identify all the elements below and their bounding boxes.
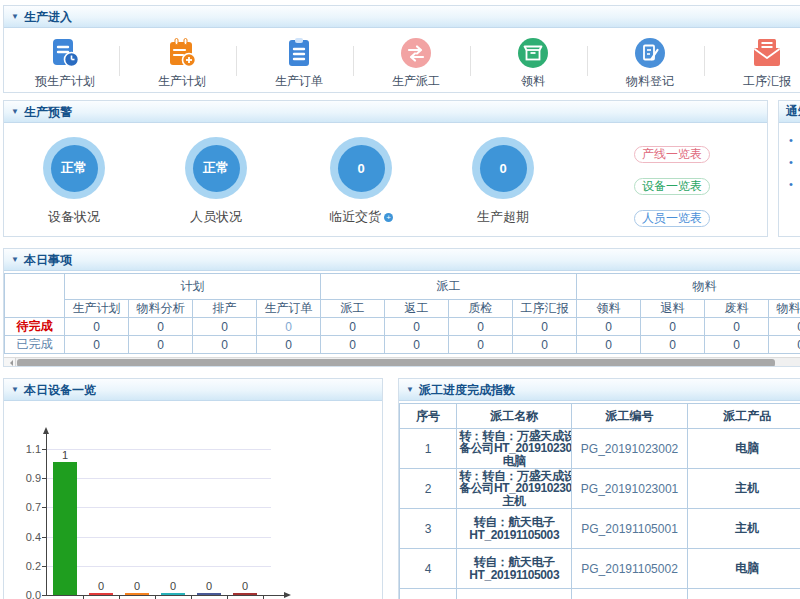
cell-product: 电脑	[687, 429, 800, 469]
cell: 0	[65, 336, 129, 354]
x-tick-mark	[155, 595, 156, 599]
gauge-near-delivery: 0 临近交货+	[306, 137, 416, 226]
gauge-label: 设备状况	[19, 208, 129, 226]
entry-item-label: 领料	[477, 73, 589, 90]
chart-bar	[125, 593, 149, 595]
chart-bar	[53, 462, 77, 595]
cell-no: 2	[400, 469, 457, 509]
cell: 0	[385, 318, 449, 336]
cell: 0	[513, 336, 577, 354]
divider	[470, 46, 471, 76]
gauge-value: 正常	[193, 145, 240, 192]
entry-item-label: 生产计划	[126, 73, 238, 90]
panel-title: 本日设备一览	[24, 383, 96, 397]
cell: 0	[449, 318, 513, 336]
column-header: 废料	[705, 300, 769, 318]
entry-item-material-register[interactable]: 物料登记	[594, 37, 706, 90]
notice-item[interactable]: •	[789, 129, 800, 151]
panel-today-devices-header[interactable]: ▼本日设备一览	[4, 379, 382, 401]
panel-title: 通知公告	[786, 104, 800, 118]
x-tick-mark	[83, 595, 84, 599]
entry-item-production-order[interactable]: 生产订单	[243, 37, 355, 90]
cell-product: 电脑	[687, 549, 800, 589]
corner-cell	[5, 274, 65, 318]
group-header-material: 物料	[577, 274, 800, 300]
y-tick-mark	[42, 507, 46, 508]
gauge-label: 人员状况	[161, 208, 271, 226]
column-header: 派工名称	[457, 404, 572, 429]
bullet-icon: •	[789, 178, 793, 190]
table-row: 4 转自：航天电子 HT_20191105003 PG_20191105002 …	[400, 549, 800, 589]
column-header: 派工	[321, 300, 385, 318]
gauge-circle[interactable]: 正常	[43, 137, 105, 199]
gauge-circle[interactable]: 0	[330, 137, 392, 199]
column-header: 质检	[449, 300, 513, 318]
cell: 0	[449, 336, 513, 354]
column-header: 物料登记	[769, 300, 800, 318]
bar-value-label: 0	[242, 580, 248, 592]
horizontal-scrollbar[interactable]	[4, 357, 800, 367]
collapse-caret-icon: ▼	[11, 379, 19, 400]
bar-value-label: 0	[170, 580, 176, 592]
cell-name	[457, 589, 572, 599]
y-tick-label: 0.7	[4, 501, 41, 513]
pre-plan-doc-clock-icon	[49, 37, 81, 69]
notice-item[interactable]: •	[789, 151, 800, 173]
button-device-list[interactable]: 设备一览表	[634, 178, 710, 195]
gauge-circle[interactable]: 正常	[185, 137, 247, 199]
cell-link[interactable]: 0	[257, 318, 321, 336]
row-label-done: 已完成	[5, 336, 65, 354]
collapse-caret-icon: ▼	[11, 249, 19, 270]
cell: 0	[577, 336, 641, 354]
panel-title: 派工进度完成指数	[419, 383, 515, 397]
panel-today-items-header[interactable]: ▼本日事项	[4, 249, 800, 271]
entry-item-production-plan[interactable]: 生产计划	[126, 37, 238, 90]
row-label-pending: 待完成	[5, 318, 65, 336]
panel-production-entry-header[interactable]: ▼生产进入	[4, 6, 800, 28]
entry-item-label: 生产订单	[243, 73, 355, 90]
panel-production-warning-header[interactable]: ▼生产预警	[4, 101, 767, 123]
entry-item-production-dispatch[interactable]: 生产派工	[360, 37, 472, 90]
button-personnel-list[interactable]: 人员一览表	[634, 210, 710, 227]
collapse-caret-icon: ▼	[11, 101, 19, 122]
column-header: 派工产品	[687, 404, 800, 429]
panel-today-items: ▼本日事项 计划 派工 物料 生产计划 物料分析 排产 生产订单 派工 返工 质…	[3, 248, 800, 367]
y-tick-label: 1.1	[4, 443, 41, 455]
entry-item-material-pick[interactable]: 领料	[477, 37, 589, 90]
gridline	[47, 566, 271, 567]
divider	[236, 46, 237, 76]
notice-item[interactable]: •	[789, 173, 800, 195]
cell: 0	[513, 318, 577, 336]
scrollbar-thumb[interactable]	[17, 359, 775, 367]
gauge-circle[interactable]: 0	[472, 137, 534, 199]
cell-product	[687, 589, 800, 599]
calendar-plus-icon	[166, 37, 198, 69]
divider	[587, 46, 588, 76]
gridline	[47, 537, 271, 538]
cell: 0	[385, 336, 449, 354]
bar-value-label: 0	[98, 580, 104, 592]
table-row: 1 转：转自：万盛天成设 备公司HT_20191023001 电脑 PG_201…	[400, 429, 800, 469]
cell-no: 4	[400, 549, 457, 589]
gauge-value: 正常	[51, 145, 98, 192]
column-header: 工序汇报	[513, 300, 577, 318]
info-icon[interactable]: +	[384, 213, 393, 222]
entry-item-label: 生产派工	[360, 73, 472, 90]
chart-bar	[161, 593, 185, 595]
gridline	[47, 507, 271, 508]
cell-name: 转自：航天电子 HT_20191105003	[457, 509, 572, 549]
panel-dispatch-progress-header[interactable]: ▼派工进度完成指数	[399, 379, 800, 401]
scroll-left-button[interactable]	[4, 358, 16, 367]
chart-bar	[89, 593, 113, 595]
entry-item-label: 工序汇报	[711, 73, 800, 90]
entry-item-process-report[interactable]: 工序汇报	[711, 37, 800, 90]
material-box-icon	[517, 37, 549, 69]
button-line-list[interactable]: 产线一览表	[634, 146, 710, 163]
entry-item-pre-production-plan[interactable]: 预生产计划	[9, 37, 121, 90]
column-header: 生产订单	[257, 300, 321, 318]
cell-code	[572, 589, 687, 599]
cell: 0	[321, 336, 385, 354]
device-bar-chart: 0.00.20.40.70.91.1100000	[4, 403, 382, 599]
y-axis	[46, 431, 47, 596]
gauge-label: 生产超期	[448, 208, 558, 226]
